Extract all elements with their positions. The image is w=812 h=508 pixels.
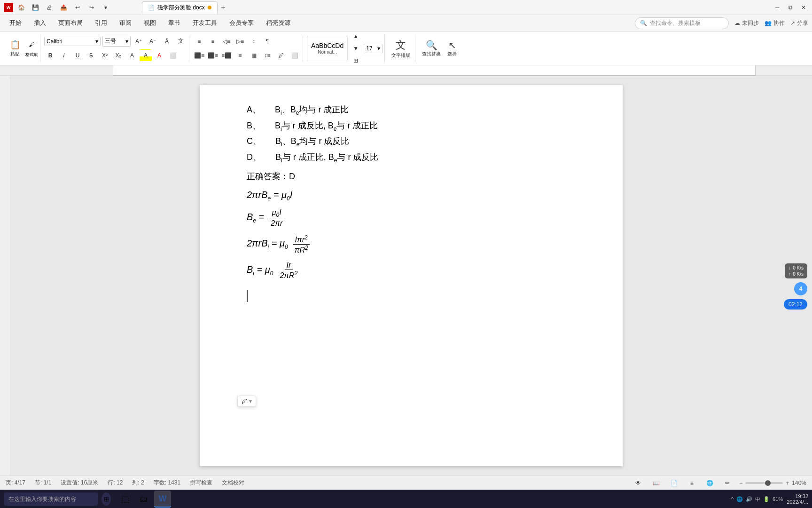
markup-view-btn[interactable]: ✏ bbox=[721, 477, 734, 489]
paste-btn[interactable]: 📋 粘贴 bbox=[6, 35, 24, 62]
share-btn[interactable]: ↗ 分享 bbox=[790, 19, 808, 27]
export-btn[interactable]: 📤 bbox=[57, 1, 70, 14]
tab-layout[interactable]: 页面布局 bbox=[53, 17, 88, 29]
tab-view[interactable]: 视图 bbox=[138, 17, 162, 29]
more-btn[interactable]: ▾ bbox=[100, 1, 112, 14]
tray-volume-icon[interactable]: 🔊 bbox=[746, 496, 752, 502]
format-painter-btn[interactable]: 🖌 bbox=[25, 39, 38, 51]
f1-sub-e: e bbox=[268, 195, 271, 202]
page-view-btn[interactable]: 📄 bbox=[668, 477, 680, 489]
style-scroll-up[interactable]: ▲ bbox=[350, 30, 362, 42]
tab-chapter[interactable]: 章节 bbox=[163, 17, 186, 29]
maximize-btn[interactable]: ⧉ bbox=[786, 3, 795, 12]
col-info: 列: 2 bbox=[132, 479, 144, 487]
select-btn[interactable]: ↖ 选择 bbox=[445, 35, 460, 62]
spell-check-btn[interactable]: 拼写检查 bbox=[190, 479, 212, 487]
font-clear-btn[interactable]: Ā bbox=[161, 35, 173, 48]
text-effect-btn[interactable]: A bbox=[126, 49, 138, 62]
time-badge[interactable]: 02:12 bbox=[784, 299, 807, 310]
para-shade-btn[interactable]: 🖊 bbox=[275, 49, 287, 62]
font-size-decrease-btn[interactable]: A⁻ bbox=[147, 35, 159, 48]
border-btn[interactable]: ⬜ bbox=[289, 49, 301, 62]
nav-icons: 🏠 💾 🖨 📤 ↩ ↪ ▾ bbox=[15, 1, 112, 14]
underline-btn[interactable]: U bbox=[71, 49, 84, 62]
taskbar-app-start[interactable]: ⬚ bbox=[117, 491, 133, 508]
superscript-btn[interactable]: X² bbox=[99, 49, 111, 62]
nav-home-btn[interactable]: 🏠 bbox=[15, 1, 27, 14]
doc-check-btn[interactable]: 文档校对 bbox=[222, 479, 244, 487]
find-replace-btn[interactable]: 🔍 查找替换 bbox=[419, 35, 444, 62]
tab-dev[interactable]: 开发工具 bbox=[187, 17, 223, 29]
frac-num-2: μ0I bbox=[270, 208, 283, 219]
highlight-btn[interactable]: A bbox=[140, 49, 152, 62]
subscript-btn[interactable]: X₂ bbox=[112, 49, 125, 62]
taskbar-app-word[interactable]: W bbox=[154, 491, 171, 508]
tab-daoke[interactable]: 稻壳资源 bbox=[260, 17, 296, 29]
tab-review[interactable]: 审阅 bbox=[114, 17, 137, 29]
eye-mode-btn[interactable]: 👁 bbox=[632, 477, 644, 489]
undo-btn[interactable]: ↩ bbox=[71, 1, 84, 14]
text-style-btn[interactable]: 文 文字排版 bbox=[389, 35, 413, 62]
cursor-area bbox=[247, 290, 585, 302]
para-mark-btn[interactable]: ¶ bbox=[261, 35, 273, 48]
tray-expand-btn[interactable]: ^ bbox=[731, 496, 734, 502]
page-number-value: 4 bbox=[799, 286, 803, 292]
decrease-indent-btn[interactable]: ◁≡ bbox=[220, 35, 233, 48]
document-area[interactable]: 🖊 ▾ A、 Bi、Be均与 r 成正比 B、 Bi与 r 成反比, Be与 r… bbox=[10, 76, 812, 476]
tab-insert[interactable]: 插入 bbox=[28, 17, 52, 29]
align-left-btn[interactable]: ⬛≡ bbox=[193, 49, 205, 62]
zoom-slider[interactable] bbox=[745, 482, 783, 484]
increase-indent-btn[interactable]: ▷≡ bbox=[234, 35, 246, 48]
zoom-control: − + 140% bbox=[739, 480, 806, 486]
taskbar-circle-btn[interactable]: ⊞ bbox=[102, 492, 111, 506]
taskbar-search[interactable]: 在这里输入你要搜索的内容 bbox=[4, 492, 98, 506]
style-scroll-down[interactable]: ▼ bbox=[350, 42, 362, 55]
taskbar-app-explorer[interactable]: 🗂 bbox=[135, 491, 152, 508]
style-card-1[interactable]: AaBbCcDd Normal... bbox=[307, 36, 348, 61]
phonetic-btn[interactable]: 文 bbox=[175, 35, 187, 48]
sort-btn[interactable]: ↕ bbox=[248, 35, 260, 48]
bold-btn[interactable]: B bbox=[44, 49, 56, 62]
text-wrap-btn[interactable]: ⬜ bbox=[167, 49, 179, 62]
outline-view-btn[interactable]: ≡ bbox=[686, 477, 698, 489]
read-view-btn[interactable]: 📖 bbox=[650, 477, 662, 489]
line-spacing-btn[interactable]: ↕≡ bbox=[261, 49, 273, 62]
justify-btn[interactable]: ≡ bbox=[234, 49, 246, 62]
frac-num-3: Iπr2 bbox=[293, 234, 310, 245]
style-size-box[interactable]: 17 ▾ bbox=[364, 44, 383, 53]
sync-btn[interactable]: ☁ 未同步 bbox=[734, 19, 759, 27]
zoom-in-btn[interactable]: + bbox=[786, 480, 789, 486]
save-btn[interactable]: 💾 bbox=[29, 1, 41, 14]
numbered-list-btn[interactable]: ≡ bbox=[207, 35, 219, 48]
f3-sub-0: 0 bbox=[285, 244, 288, 250]
minimize-btn[interactable]: ─ bbox=[773, 3, 782, 12]
text-style-label: 文字排版 bbox=[391, 52, 410, 59]
column-btn[interactable]: ▦ bbox=[248, 49, 260, 62]
new-tab-button[interactable]: + bbox=[218, 2, 229, 13]
web-view-btn[interactable]: 🌐 bbox=[703, 477, 716, 489]
ribbon-search-box[interactable]: 🔍 查找命令、搜索模板 bbox=[635, 17, 729, 29]
italic-btn[interactable]: I bbox=[58, 49, 70, 62]
tab-references[interactable]: 引用 bbox=[89, 17, 113, 29]
print-btn[interactable]: 🖨 bbox=[43, 1, 55, 14]
font-color-btn[interactable]: A bbox=[153, 49, 165, 62]
tab-vip[interactable]: 会员专享 bbox=[224, 17, 259, 29]
doc-tab[interactable]: 📄 磁学部分测验.docx bbox=[142, 1, 218, 14]
align-center-btn[interactable]: ⬛≡ bbox=[207, 49, 219, 62]
balloon-arrow[interactable]: ▾ bbox=[249, 398, 252, 405]
format-balloon[interactable]: 🖊 ▾ bbox=[237, 396, 256, 407]
zoom-out-btn[interactable]: − bbox=[739, 480, 742, 486]
bullet-list-btn[interactable]: ≡ bbox=[193, 35, 205, 48]
font-size-selector[interactable]: 三号 ▾ bbox=[102, 36, 131, 47]
redo-btn[interactable]: ↪ bbox=[86, 1, 98, 14]
font-name-selector[interactable]: Calibri ▾ bbox=[44, 37, 101, 46]
page-number-badge[interactable]: 4 bbox=[794, 282, 807, 295]
align-right-btn[interactable]: ≡⬛ bbox=[220, 49, 233, 62]
collab-btn[interactable]: 👥 协作 bbox=[765, 19, 785, 27]
font-size-increase-btn[interactable]: A⁺ bbox=[133, 35, 145, 48]
tab-home[interactable]: 开始 bbox=[4, 17, 27, 29]
answer-line: 正确答案：D bbox=[247, 171, 585, 182]
tray-lang-btn[interactable]: 中 bbox=[755, 496, 760, 503]
strikethrough-btn[interactable]: S̶ bbox=[85, 49, 97, 62]
close-btn[interactable]: ✕ bbox=[799, 3, 808, 12]
